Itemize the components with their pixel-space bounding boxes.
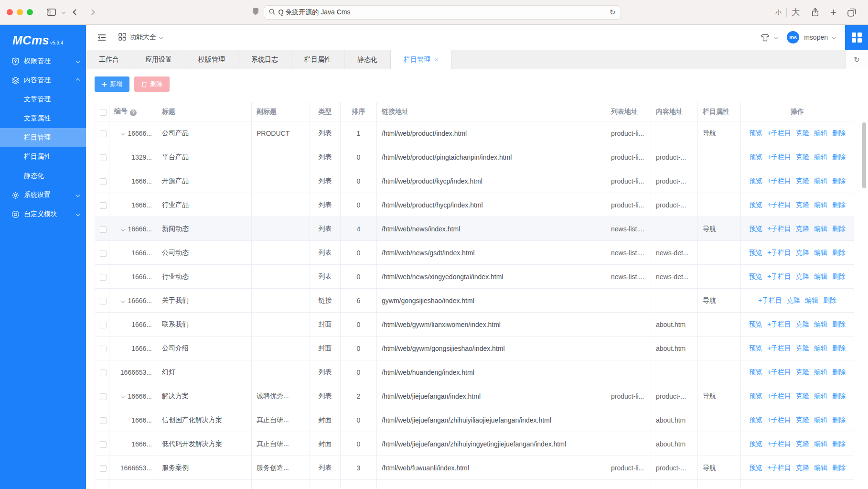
row-checkbox[interactable] xyxy=(100,226,107,233)
tab-column-manage[interactable]: 栏目管理× xyxy=(391,50,452,69)
select-all-checkbox[interactable] xyxy=(100,109,107,116)
sidebar-item-permission[interactable]: 权限管理 xyxy=(0,52,86,71)
clone-link[interactable]: 克隆 xyxy=(796,320,809,328)
apps-grid-button[interactable] xyxy=(845,25,868,50)
row-checkbox[interactable] xyxy=(100,130,107,137)
sidebar-item-article-manage[interactable]: 文章管理 xyxy=(0,90,86,109)
preview-link[interactable]: 预览 xyxy=(749,416,762,424)
expand-row-icon[interactable] xyxy=(121,227,125,231)
preview-link[interactable]: 预览 xyxy=(749,464,762,471)
address-bar[interactable]: Q 免疫开源的 Java Cms ↻ xyxy=(264,5,621,20)
preview-link[interactable]: 预览 xyxy=(749,129,762,137)
clone-link[interactable]: 克隆 xyxy=(796,249,809,256)
preview-link[interactable]: 预览 xyxy=(749,201,762,208)
close-tab-icon[interactable]: × xyxy=(435,56,439,63)
clone-link[interactable]: 克隆 xyxy=(796,392,809,400)
row-checkbox[interactable] xyxy=(100,178,107,185)
preview-link[interactable]: 预览 xyxy=(749,440,762,447)
edit-link[interactable]: 编辑 xyxy=(814,464,827,471)
add-child-column-link[interactable]: +子栏目 xyxy=(767,464,791,471)
clone-link[interactable]: 克隆 xyxy=(796,272,809,280)
row-checkbox[interactable] xyxy=(100,274,107,281)
clone-link[interactable]: 克隆 xyxy=(796,464,809,471)
all-functions-menu[interactable]: 功能大全 xyxy=(118,33,162,42)
delete-link[interactable]: 删除 xyxy=(832,177,846,185)
delete-link[interactable]: 删除 xyxy=(832,392,846,400)
add-child-column-link[interactable]: +子栏目 xyxy=(767,440,791,447)
edit-link[interactable]: 编辑 xyxy=(805,296,818,304)
delete-link[interactable]: 删除 xyxy=(832,272,846,280)
add-child-column-link[interactable]: +子栏目 xyxy=(767,416,791,424)
edit-link[interactable]: 编辑 xyxy=(814,440,827,447)
preview-link[interactable]: 预览 xyxy=(749,153,762,161)
window-close-button[interactable] xyxy=(7,9,13,15)
edit-link[interactable]: 编辑 xyxy=(814,225,827,232)
edit-link[interactable]: 编辑 xyxy=(814,272,827,280)
forward-icon[interactable] xyxy=(86,10,97,14)
window-zoom-button[interactable] xyxy=(27,9,33,15)
sidebar-item-content[interactable]: 内容管理 xyxy=(0,71,86,90)
row-checkbox[interactable] xyxy=(100,417,107,424)
sidebar-item-custom-module[interactable]: 自定义模块 xyxy=(0,205,86,224)
new-tab-icon[interactable]: + xyxy=(830,7,836,18)
expand-row-icon[interactable] xyxy=(121,394,125,398)
add-child-column-link[interactable]: +子栏目 xyxy=(767,225,791,232)
text-larger-button[interactable]: 大 xyxy=(792,7,800,18)
share-icon[interactable] xyxy=(808,6,822,19)
tab-static[interactable]: 静态化 xyxy=(344,50,391,69)
expand-row-icon[interactable] xyxy=(121,299,125,303)
row-checkbox[interactable] xyxy=(100,346,107,352)
collapse-menu-icon[interactable] xyxy=(97,34,106,41)
preview-link[interactable]: 预览 xyxy=(749,272,762,280)
tab-app-settings[interactable]: 应用设置 xyxy=(132,50,185,69)
clone-link[interactable]: 克隆 xyxy=(787,296,800,304)
clone-link[interactable]: 克隆 xyxy=(796,440,809,447)
row-checkbox[interactable] xyxy=(100,393,107,400)
preview-link[interactable]: 预览 xyxy=(749,392,762,400)
user-chevron-down-icon[interactable] xyxy=(832,35,836,39)
clone-link[interactable]: 克隆 xyxy=(796,416,809,424)
row-checkbox[interactable] xyxy=(100,322,107,328)
delete-link[interactable]: 删除 xyxy=(832,129,846,137)
add-child-column-link[interactable]: +子栏目 xyxy=(767,272,791,280)
row-checkbox[interactable] xyxy=(100,154,107,161)
edit-link[interactable]: 编辑 xyxy=(814,368,827,376)
clone-link[interactable]: 克隆 xyxy=(796,129,809,137)
delete-link[interactable]: 删除 xyxy=(832,225,846,232)
row-checkbox[interactable] xyxy=(100,465,107,472)
row-checkbox[interactable] xyxy=(100,250,107,257)
add-child-column-link[interactable]: +子栏目 xyxy=(767,320,791,328)
tab-system-log[interactable]: 系统日志 xyxy=(238,50,291,69)
delete-link[interactable]: 删除 xyxy=(832,249,846,256)
browser-sidebar-toggle-icon[interactable] xyxy=(44,6,58,19)
delete-link[interactable]: 删除 xyxy=(832,416,846,424)
expand-row-icon[interactable] xyxy=(121,131,125,135)
tab-overview-icon[interactable] xyxy=(845,6,858,19)
preview-link[interactable]: 预览 xyxy=(749,368,762,376)
sidebar-chevron-down-icon[interactable] xyxy=(62,11,65,14)
add-child-column-link[interactable]: +子栏目 xyxy=(767,368,791,376)
delete-link[interactable]: 删除 xyxy=(832,320,846,328)
add-child-column-link[interactable]: +子栏目 xyxy=(767,201,791,208)
avatar[interactable]: ms xyxy=(787,31,799,43)
preview-link[interactable]: 预览 xyxy=(749,249,762,256)
help-icon[interactable]: ? xyxy=(130,109,137,116)
edit-link[interactable]: 编辑 xyxy=(814,416,827,424)
preview-link[interactable]: 预览 xyxy=(749,320,762,328)
add-button[interactable]: 新增 xyxy=(95,76,129,92)
clone-link[interactable]: 克隆 xyxy=(796,201,809,208)
delete-button[interactable]: 删除 xyxy=(134,76,170,92)
add-child-column-link[interactable]: +子栏目 xyxy=(767,344,791,352)
clone-link[interactable]: 克隆 xyxy=(796,368,809,376)
preview-link[interactable]: 预览 xyxy=(749,177,762,185)
edit-link[interactable]: 编辑 xyxy=(814,201,827,208)
tab-template-manage[interactable]: 模版管理 xyxy=(185,50,238,69)
delete-link[interactable]: 删除 xyxy=(832,344,846,352)
clone-link[interactable]: 克隆 xyxy=(796,225,809,232)
edit-link[interactable]: 编辑 xyxy=(814,392,827,400)
sidebar-item-system[interactable]: 系统设置 xyxy=(0,185,86,205)
preview-link[interactable]: 预览 xyxy=(749,225,762,232)
clone-link[interactable]: 克隆 xyxy=(796,344,809,352)
add-child-column-link[interactable]: +子栏目 xyxy=(767,392,791,400)
tab-workbench[interactable]: 工作台 xyxy=(86,50,132,69)
